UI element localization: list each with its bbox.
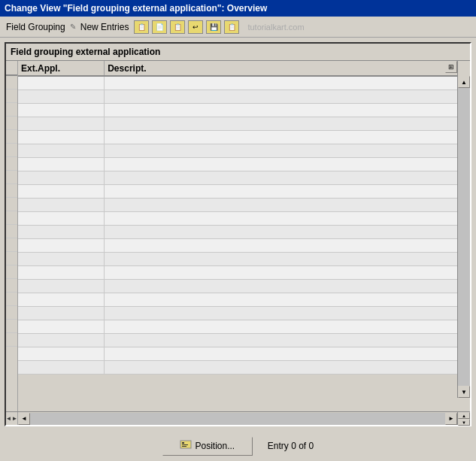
table-row[interactable] [18,265,470,279]
horizontal-scrollbar: ◄ ► [18,412,457,425]
cell-descript [105,198,470,211]
nav-prev-icon[interactable]: ◄ [6,415,12,422]
horizontal-scrollbar-container: ◄ ► ◄ ► ▲ [6,411,470,425]
row-indicator [6,117,17,130]
cell-ext-appl [18,157,105,171]
menu-field-grouping[interactable]: Field Grouping [3,20,68,34]
table-row[interactable] [18,89,470,103]
table-wrapper: ⊞ Ext.Appl. Descript. [18,61,470,411]
table-row[interactable] [18,117,470,130]
row-indicator [6,184,17,198]
cell-ext-appl [18,144,105,157]
grid-settings-button[interactable]: ⊞ [445,61,457,73]
cell-descript [105,347,470,360]
toolbar-btn-3[interactable]: 📋 [170,20,185,34]
menu-separator-icon: ✎ [70,23,76,31]
cell-descript [105,320,470,333]
corner-down-icon: ▼ [462,420,466,425]
scroll-track-v[interactable] [458,88,470,386]
cell-descript [105,89,470,103]
position-button[interactable]: Position... [162,437,253,456]
table-row[interactable] [18,306,470,320]
cell-descript [105,211,470,225]
table-row[interactable] [18,103,470,117]
toolbar-btn-5[interactable]: 💾 [206,20,221,34]
cell-ext-appl [18,347,105,360]
cell-ext-appl [18,320,105,333]
svg-rect-1 [182,442,184,444]
scroll-up-button[interactable]: ▲ [458,76,470,88]
row-indicator [6,238,17,252]
row-indicator [6,265,17,279]
toolbar-btn-2[interactable]: 📄 [152,20,167,34]
cell-descript [105,293,470,306]
table-row[interactable] [18,293,470,306]
scroll-track-h[interactable] [30,413,445,425]
cell-ext-appl [18,211,105,225]
corner-scroll-down[interactable]: ▼ [458,419,470,426]
scroll-left-icon: ◄ [21,415,27,422]
row-indicator [6,211,17,225]
row-indicator [6,293,17,306]
table-row[interactable] [18,252,470,265]
cell-descript [105,306,470,320]
toolbar-btn-4[interactable]: ↩ [188,20,203,34]
row-indicator [6,320,17,333]
cell-ext-appl [18,103,105,117]
table-row[interactable] [18,184,470,198]
table-row[interactable] [18,347,470,360]
panel-title: Field grouping external application [6,44,470,61]
table-row[interactable] [18,211,470,225]
row-indicator [6,103,17,117]
table-row[interactable] [18,157,470,171]
cell-descript [105,103,470,117]
scroll-right-icon: ► [448,415,454,422]
row-indicator [6,130,17,144]
table-row[interactable] [18,320,470,333]
toolbar-btn-6[interactable]: 📋 [224,20,239,34]
cell-ext-appl [18,306,105,320]
nav-next-icon[interactable]: ► [12,415,18,422]
main-panel: Field grouping external application [5,42,471,426]
menu-new-entries[interactable]: New Entries [77,20,132,34]
watermark-text: tutorialkart.com [247,23,304,32]
footer: Position... Entry 0 of 0 [0,431,476,461]
cell-descript [105,184,470,198]
table-row[interactable] [18,171,470,184]
scroll-down-button[interactable]: ▼ [458,386,470,398]
scroll-left-button[interactable]: ◄ [18,413,30,425]
cell-descript [105,144,470,157]
row-indicator [6,198,17,211]
cell-descript [105,360,470,374]
cell-ext-appl [18,293,105,306]
scroll-right-button[interactable]: ► [445,413,457,425]
cell-descript [105,76,470,89]
cell-ext-appl [18,117,105,130]
title-bar: Change View "Field grouping external app… [0,0,476,17]
table-row[interactable] [18,130,470,144]
table-row[interactable] [18,198,470,211]
cell-descript [105,333,470,347]
table-row[interactable] [18,360,470,374]
cell-ext-appl [18,76,105,89]
cell-ext-appl [18,360,105,374]
cell-descript [105,238,470,252]
row-indicator [6,225,17,238]
row-indicator [6,252,17,265]
row-indicator [6,333,17,347]
table-row[interactable] [18,76,470,89]
row-indicator [6,279,17,293]
table-row[interactable] [18,279,470,293]
position-btn-icon [180,440,192,453]
table-row[interactable] [18,144,470,157]
table-row[interactable] [18,225,470,238]
cell-ext-appl [18,130,105,144]
data-table: Ext.Appl. Descript. [18,61,470,375]
entry-info: Entry 0 of 0 [268,441,314,451]
toolbar-btn-1[interactable]: 📋 [134,20,149,34]
cell-descript [105,265,470,279]
copy-icon: 📄 [156,23,164,31]
corner-scroll-up[interactable]: ▲ [458,412,470,419]
table-row[interactable] [18,333,470,347]
table-row[interactable] [18,238,470,252]
